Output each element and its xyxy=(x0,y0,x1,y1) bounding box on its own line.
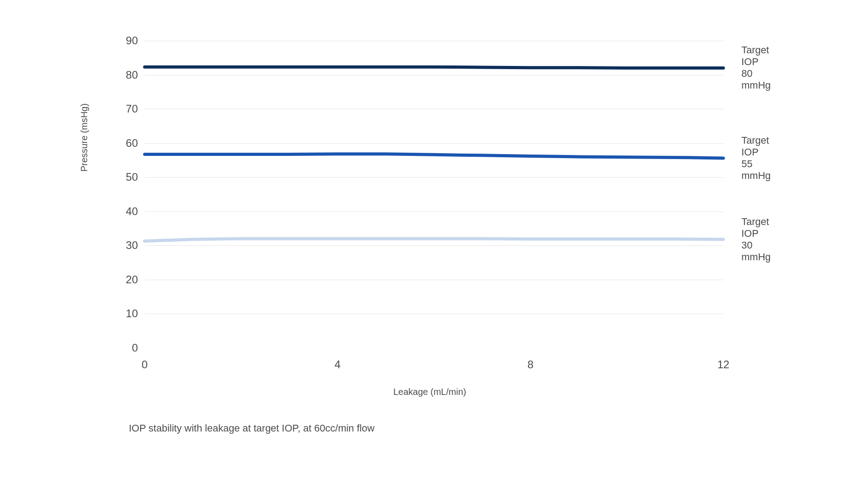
grid-line xyxy=(145,41,723,41)
y-tick-label: 60 xyxy=(113,137,138,150)
grid-line xyxy=(145,245,723,246)
y-tick-label: 80 xyxy=(113,69,138,81)
grid-line xyxy=(145,177,723,178)
series-label: Target IOP 30 mmHg xyxy=(741,216,771,263)
plot-svg xyxy=(145,41,723,348)
y-tick-label: 90 xyxy=(113,34,138,47)
y-tick-label: 50 xyxy=(113,171,138,183)
grid-line xyxy=(145,211,723,212)
series-label: Target IOP 55 mmHg xyxy=(741,135,771,182)
series-label: Target IOP 80 mmHg xyxy=(741,44,771,91)
x-tick-label: 0 xyxy=(142,358,147,371)
y-tick-label: 30 xyxy=(113,239,138,252)
x-tick-label: 12 xyxy=(717,358,730,371)
y-tick-label: 10 xyxy=(113,307,138,320)
y-tick-label: 20 xyxy=(113,273,138,286)
grid-line xyxy=(145,75,723,75)
grid-line xyxy=(145,314,723,314)
x-axis-label: Leakage (mL/min) xyxy=(393,387,466,397)
y-tick-label: 0 xyxy=(113,342,138,354)
grid-line xyxy=(145,143,723,144)
grid-line xyxy=(145,280,723,280)
chart-container: Pressure (msHg) Leakage (mL/min) IOP sta… xyxy=(36,18,714,416)
chart-caption: IOP stability with leakage at target IOP… xyxy=(129,422,374,434)
series-line xyxy=(145,67,723,68)
y-axis-label: Pressure (msHg) xyxy=(79,103,90,172)
grid-line xyxy=(145,109,723,109)
y-tick-label: 40 xyxy=(113,205,138,218)
plot-area: 010203040506070809004812Target IOP 80 mm… xyxy=(145,41,723,348)
series-line xyxy=(145,239,723,241)
series-line xyxy=(145,154,723,158)
y-tick-label: 70 xyxy=(113,103,138,115)
x-tick-label: 8 xyxy=(528,358,533,371)
x-tick-label: 4 xyxy=(335,358,340,371)
